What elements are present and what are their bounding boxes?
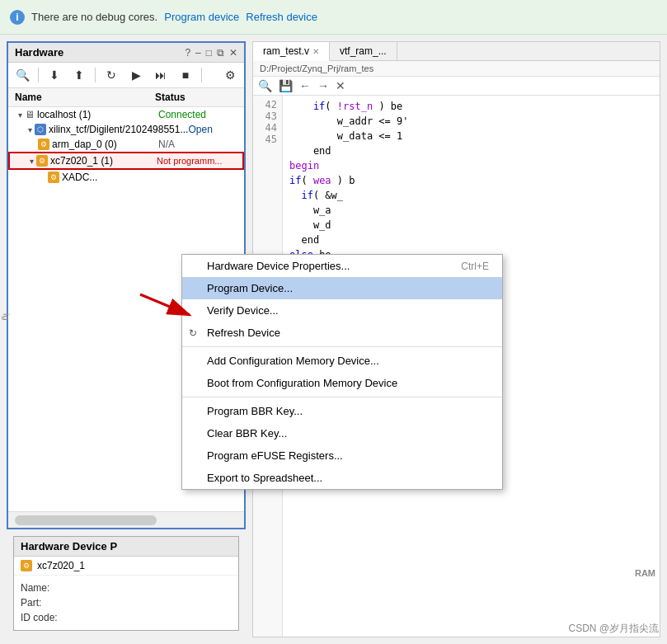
- info-text: There are no debug cores.: [31, 11, 157, 23]
- chevron-icon: ▾: [18, 110, 22, 120]
- menu-item-refresh-device[interactable]: ↻ Refresh Device: [182, 322, 502, 344]
- code-line-cont2: if( wea ) b: [289, 173, 653, 188]
- scrollbar-thumb[interactable]: [15, 515, 157, 525]
- menu-item-hw-device-props[interactable]: Hardware Device Properties... Ctrl+E: [182, 255, 502, 277]
- collapse-all-button[interactable]: ⬇: [45, 66, 63, 84]
- xilinx-tcf-label: xilinx_tcf/Digilent/2102498551...: [49, 124, 188, 135]
- menu-label-add-config-mem: Add Configuration Memory Device...: [207, 355, 379, 367]
- search-icon[interactable]: 🔍: [258, 79, 272, 92]
- tree-item-localhost[interactable]: ▾ 🖥 localhost (1) Connected: [8, 107, 244, 122]
- detach-button[interactable]: ⧉: [217, 47, 224, 59]
- code-line-cont3: if( &w_: [289, 188, 653, 203]
- program-device-link[interactable]: Program device: [164, 11, 239, 23]
- tree-header-name: Name: [15, 92, 155, 103]
- code-line-cont6: end: [289, 233, 653, 247]
- xadc-label: XADC...: [62, 172, 97, 183]
- hw-device-selected[interactable]: ⚙ xc7z020_1: [14, 557, 238, 576]
- editor-toolbar: 🔍 💾 ← → ✕: [253, 77, 660, 96]
- code-line-cont4: w_a: [289, 203, 653, 218]
- prop-name-label: Name:: [21, 582, 49, 594]
- line-num-44: 44: [258, 122, 277, 134]
- menu-item-verify-device[interactable]: Verify Device...: [182, 299, 502, 322]
- expand-all-button[interactable]: ⬆: [70, 66, 88, 84]
- search-button[interactable]: 🔍: [13, 66, 31, 84]
- prop-idcode: ID code:: [21, 610, 232, 625]
- watermark: CSDN @岁月指尖流: [568, 622, 659, 636]
- refresh-button[interactable]: ↻: [102, 66, 120, 84]
- restore-button[interactable]: □: [206, 47, 212, 59]
- info-icon: i: [10, 10, 25, 25]
- forward-icon[interactable]: →: [317, 79, 329, 92]
- device-icon-xc7: ⚙: [36, 155, 48, 167]
- menu-item-export-spreadsheet[interactable]: Export to Spreadsheet...: [182, 467, 502, 489]
- menu-label-refresh-device: Refresh Device: [207, 327, 280, 339]
- separator-2: [95, 68, 96, 82]
- xilinx-tcf-status: Open: [188, 124, 241, 135]
- menu-item-program-bbr[interactable]: Program BBR Key...: [182, 400, 502, 422]
- context-menu: Hardware Device Properties... Ctrl+E Pro…: [181, 254, 503, 490]
- separator-after-boot: [182, 397, 502, 397]
- menu-item-clear-bbr[interactable]: Clear BBR Key...: [182, 422, 502, 444]
- refresh-device-link[interactable]: Refresh device: [246, 11, 317, 23]
- chevron-icon-2: ▾: [28, 125, 32, 134]
- menu-item-program-device[interactable]: Program Device...: [182, 277, 502, 299]
- side-label-ig: ig: [2, 313, 12, 321]
- settings-button[interactable]: ⚙: [221, 66, 239, 84]
- tab-ram-test-close[interactable]: ✕: [312, 47, 319, 56]
- xc7z020-status: Not programm...: [157, 156, 239, 166]
- menu-item-add-config-mem[interactable]: Add Configuration Memory Device...: [182, 350, 502, 372]
- tab-vtf-ram-label: vtf_ram_...: [340, 45, 387, 57]
- chevron-icon-3: ▾: [30, 157, 34, 166]
- help-button[interactable]: ?: [185, 47, 190, 59]
- editor-tabs: ram_test.v ✕ vtf_ram_...: [253, 42, 660, 61]
- line-num-42: 42: [258, 99, 277, 110]
- tree-item-xadc[interactable]: ⚙ XADC...: [8, 170, 244, 185]
- tree-item-xc7z020[interactable]: ▾ ⚙ xc7z020_1 (1) Not programm...: [8, 152, 244, 170]
- minimize-button[interactable]: –: [195, 47, 201, 59]
- code-line-44: w_data <= 1: [289, 129, 653, 143]
- step-over-button[interactable]: ⏭: [152, 66, 170, 84]
- ram-label: RAM: [635, 568, 655, 578]
- hardware-panel-title: Hardware: [15, 46, 63, 59]
- device-icon-arm: ⚙: [38, 139, 49, 150]
- scroll-area[interactable]: [8, 511, 244, 528]
- code-line-43: w_addr <= 9': [289, 114, 653, 129]
- code-line-42: if( !rst_n ) be: [289, 99, 653, 114]
- xc7z020-label: xc7z020_1 (1): [50, 155, 113, 167]
- tree-item-arm-dap[interactable]: ⚙ arm_dap_0 (0) N/A: [8, 137, 244, 152]
- separator-3: [201, 68, 202, 82]
- save-icon[interactable]: 💾: [279, 79, 293, 92]
- back-icon[interactable]: ←: [299, 79, 311, 92]
- code-line-cont1: begin: [289, 158, 653, 173]
- prop-part-label: Part:: [21, 597, 41, 609]
- localhost-status: Connected: [158, 109, 241, 120]
- tab-ram-test[interactable]: ram_test.v ✕: [253, 42, 330, 61]
- tree-header: Name Status: [8, 88, 244, 107]
- line-num-43: 43: [258, 110, 277, 122]
- menu-item-boot-config-mem[interactable]: Boot from Configuration Memory Device: [182, 372, 502, 394]
- close-button[interactable]: ✕: [229, 47, 237, 59]
- arm-dap-status: N/A: [158, 139, 241, 150]
- code-line-cont5: w_d: [289, 218, 653, 233]
- code-line-45: end: [289, 143, 653, 158]
- tree-header-status: Status: [155, 92, 237, 103]
- menu-label-clear-bbr: Clear BBR Key...: [207, 427, 287, 440]
- menu-label-program-efuse: Program eFUSE Registers...: [207, 449, 343, 462]
- stop-button[interactable]: ■: [176, 66, 195, 84]
- hw-device-panel-title: Hardware Device P: [14, 537, 238, 557]
- panel-controls: ? – □ ⧉ ✕: [185, 47, 237, 59]
- hardware-panel-titlebar: Hardware ? – □ ⧉ ✕: [8, 43, 244, 63]
- run-button[interactable]: ▶: [127, 66, 145, 84]
- tree-item-xilinx-tcf[interactable]: ▾ ⬡ xilinx_tcf/Digilent/2102498551... Op…: [8, 122, 244, 137]
- separator-after-refresh: [182, 346, 502, 347]
- more-icon[interactable]: ✕: [336, 79, 345, 92]
- tab-vtf-ram[interactable]: vtf_ram_...: [330, 42, 397, 60]
- chip-icon: ⬡: [35, 124, 46, 135]
- menu-label-program-bbr: Program BBR Key...: [207, 405, 303, 417]
- localhost-label: localhost (1): [37, 109, 91, 120]
- prop-name: Name:: [21, 581, 232, 595]
- arm-dap-label: arm_dap_0 (0): [52, 139, 117, 150]
- refresh-icon: ↻: [189, 327, 197, 339]
- menu-item-program-efuse[interactable]: Program eFUSE Registers...: [182, 444, 502, 467]
- device-icon-xadc: ⚙: [48, 172, 59, 183]
